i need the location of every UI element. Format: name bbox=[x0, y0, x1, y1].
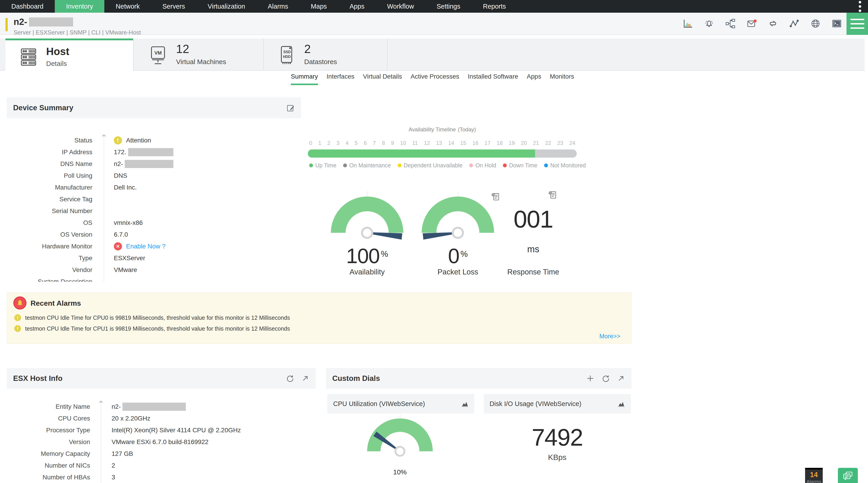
vm-count: 12 bbox=[176, 42, 189, 56]
hour-tick: 10 bbox=[400, 140, 406, 146]
nav-item[interactable]: Reports bbox=[472, 0, 518, 13]
tab-datastores[interactable]: SSDHDD 2 Datastores bbox=[264, 38, 387, 70]
main-nav: DashboardInventoryNetworkServersVirtuali… bbox=[0, 0, 868, 13]
expand-icon[interactable] bbox=[617, 374, 626, 383]
traceroute-icon[interactable] bbox=[789, 18, 799, 29]
packet-loss-label: Packet Loss bbox=[422, 268, 494, 276]
mini-chart-icon[interactable] bbox=[617, 400, 625, 408]
subtab[interactable]: Interfaces bbox=[327, 73, 354, 85]
tab-divider bbox=[387, 38, 388, 70]
performance-graphs-icon[interactable] bbox=[683, 18, 693, 29]
hour-tick: 12 bbox=[424, 140, 430, 146]
datastore-count: 2 bbox=[304, 42, 311, 56]
field-value: n2- bbox=[114, 160, 123, 168]
cpu-dial-header: CPU Utilization (VIWebService) bbox=[327, 394, 474, 414]
subtab[interactable]: Summary bbox=[291, 73, 318, 85]
hamburger-menu-button[interactable] bbox=[846, 13, 868, 35]
subtab[interactable]: Installed Software bbox=[468, 73, 518, 85]
alarm-item[interactable]: ! testmon CPU Idle Time for CPU1 is 9981… bbox=[14, 323, 290, 334]
nav-item[interactable]: Settings bbox=[425, 0, 472, 13]
kebab-menu-icon[interactable] bbox=[852, 0, 868, 13]
legend-label: On Maintenance bbox=[349, 162, 391, 169]
vm-label: Virtual Machines bbox=[176, 58, 226, 66]
field-value: Dell Inc. bbox=[114, 184, 137, 191]
field-row: Service Tag bbox=[7, 193, 301, 205]
field-value: 2 bbox=[112, 462, 115, 469]
subtab[interactable]: Active Processes bbox=[410, 73, 459, 85]
alarm-bell-icon[interactable] bbox=[704, 18, 714, 29]
legend-label: Dependent Unavailable bbox=[404, 162, 463, 169]
field-value: 127 GB bbox=[112, 450, 133, 457]
hour-tick: 21 bbox=[533, 140, 539, 146]
refresh-icon[interactable] bbox=[601, 374, 610, 383]
device-toolbar bbox=[683, 13, 842, 34]
tab-host-details[interactable]: Host Details bbox=[5, 38, 133, 71]
nav-item[interactable]: Maps bbox=[300, 0, 338, 13]
scroll-up-icon[interactable] bbox=[102, 134, 106, 136]
nav-item[interactable]: Virtualization bbox=[196, 0, 256, 13]
device-categories: Server | ESXServer | SNMP | CLI | VMware… bbox=[13, 29, 141, 36]
nav-item[interactable]: Workflow bbox=[376, 0, 425, 13]
web-globe-icon[interactable] bbox=[810, 18, 821, 29]
custom-dials-title: Custom Dials bbox=[332, 374, 380, 383]
workflow-icon[interactable] bbox=[725, 18, 736, 29]
legend-item: Up Time bbox=[309, 162, 336, 169]
chat-support-button[interactable] bbox=[838, 468, 858, 483]
field-row: OS Version 6.7.0 bbox=[7, 229, 301, 240]
legend-item: On Maintenance bbox=[343, 162, 391, 169]
alarm-text: testmon CPU Idle Time for CPU0 is 99819 … bbox=[25, 314, 290, 321]
nav-item[interactable]: Servers bbox=[151, 0, 196, 13]
response-time-value: 001 bbox=[497, 205, 569, 233]
redaction-block bbox=[122, 403, 186, 411]
field-value: Attention bbox=[126, 137, 151, 144]
packet-loss-value: 0% bbox=[422, 244, 494, 268]
report-icon[interactable] bbox=[491, 192, 501, 202]
legend-item: Dependent Unavailable bbox=[398, 162, 463, 169]
nav-item[interactable]: Network bbox=[104, 0, 151, 13]
warning-icon: ! bbox=[14, 325, 21, 332]
expand-icon[interactable] bbox=[301, 374, 310, 383]
field-row: Hardware Monitor Enable Now ? bbox=[7, 240, 301, 252]
edit-icon[interactable] bbox=[286, 103, 295, 112]
add-dial-icon[interactable] bbox=[586, 374, 595, 383]
legend-item: Down Time bbox=[503, 162, 537, 169]
email-icon[interactable] bbox=[746, 18, 757, 29]
hour-tick: 16 bbox=[472, 140, 478, 146]
terminal-icon[interactable] bbox=[832, 18, 842, 29]
subtab[interactable]: Virtual Details bbox=[363, 73, 402, 85]
report-icon[interactable] bbox=[548, 190, 558, 200]
ssd-hdd-icon: SSDHDD bbox=[276, 45, 297, 66]
scroll-up-icon[interactable] bbox=[99, 401, 103, 403]
disk-dial-title: Disk I/O Usage (VIWebService) bbox=[490, 400, 582, 407]
field-label: Number of NICs bbox=[7, 462, 90, 469]
sync-loop-icon[interactable] bbox=[768, 18, 778, 29]
nav-item[interactable]: Inventory bbox=[55, 0, 104, 13]
field-label: System Description bbox=[7, 278, 92, 282]
availability-timeline-title: Availability Timeline (Today) bbox=[308, 125, 577, 133]
mini-chart-icon[interactable] bbox=[461, 400, 469, 408]
cpu-dial-title: CPU Utilization (VIWebService) bbox=[333, 400, 425, 407]
tab-virtual-machines[interactable]: VM 12 Virtual Machines bbox=[133, 38, 264, 70]
subtab[interactable]: Monitors bbox=[550, 73, 574, 85]
field-row: OS vmnix-x86 bbox=[7, 217, 301, 229]
field-row: Number of HBAs 3 bbox=[7, 472, 316, 483]
field-value: 3 bbox=[112, 474, 115, 481]
hour-tick: 15 bbox=[460, 140, 466, 146]
field-value: VMware ESXi 6.7.0 build-8169922 bbox=[112, 439, 209, 446]
esx-host-info-title: ESX Host Info bbox=[13, 374, 62, 383]
refresh-icon[interactable] bbox=[285, 374, 294, 383]
alarm-item[interactable]: ! testmon CPU Idle Time for CPU0 is 9981… bbox=[14, 312, 290, 323]
field-value: 172. bbox=[114, 149, 126, 156]
subtab[interactable]: Apps bbox=[527, 73, 541, 85]
redaction-block bbox=[125, 160, 174, 168]
field-label: Status bbox=[7, 137, 92, 144]
device-name: n2- bbox=[13, 17, 73, 27]
nav-item[interactable]: Apps bbox=[338, 0, 376, 13]
alarms-more-link[interactable]: More>> bbox=[599, 333, 620, 340]
field-row: Number of NICs 2 bbox=[7, 460, 316, 472]
disk-io-value: 7492 bbox=[484, 424, 631, 451]
nav-item[interactable]: Dashboard bbox=[0, 0, 55, 13]
hour-tick: 14 bbox=[448, 140, 454, 146]
alarm-count-badge[interactable]: 14 Alarms bbox=[805, 468, 823, 483]
nav-item[interactable]: Alarms bbox=[256, 0, 300, 13]
